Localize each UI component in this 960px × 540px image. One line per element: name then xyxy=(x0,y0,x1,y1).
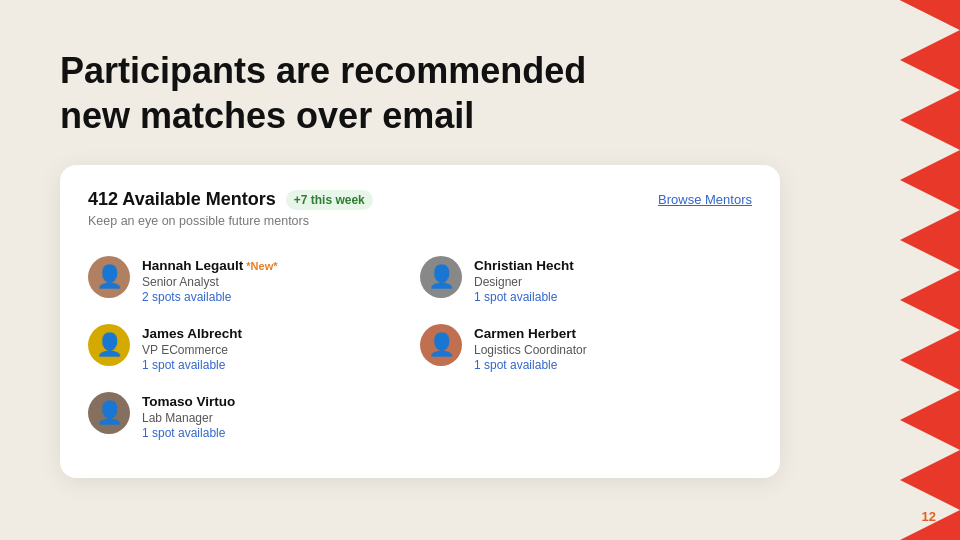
mentor-title: Designer xyxy=(474,275,574,289)
mentor-info: Carmen HerbertLogistics Coordinator1 spo… xyxy=(474,324,587,372)
card-header: 412 Available Mentors +7 this week Brows… xyxy=(88,189,752,210)
avatar: 👤 xyxy=(420,324,462,366)
card-header-left: 412 Available Mentors +7 this week xyxy=(88,189,373,210)
title-line1: Participants are recommended xyxy=(60,50,586,91)
mentors-card: 412 Available Mentors +7 this week Brows… xyxy=(60,165,780,478)
avatar: 👤 xyxy=(88,256,130,298)
new-badge: +7 this week xyxy=(286,190,373,210)
title-line2: new matches over email xyxy=(60,95,474,136)
mentor-item: 👤Hannah Legault *New*Senior Analyst2 spo… xyxy=(88,246,420,314)
mentor-title: Senior Analyst xyxy=(142,275,278,289)
mentor-name: James Albrecht xyxy=(142,324,242,342)
mentor-info: James AlbrechtVP ECommerce1 spot availab… xyxy=(142,324,242,372)
mentor-item: 👤James AlbrechtVP ECommerce1 spot availa… xyxy=(88,314,420,382)
page-number: 12 xyxy=(922,509,936,524)
mentor-item: 👤Christian HechtDesigner1 spot available xyxy=(420,246,752,314)
avatar: 👤 xyxy=(420,256,462,298)
spots-available: 2 spots available xyxy=(142,290,278,304)
mentor-name: Christian Hecht xyxy=(474,256,574,274)
mentor-name: Carmen Herbert xyxy=(474,324,587,342)
mentor-title: Lab Manager xyxy=(142,411,235,425)
mentor-item: 👤Tomaso VirtuoLab Manager1 spot availabl… xyxy=(88,382,420,450)
new-badge: *New* xyxy=(243,260,277,272)
mentor-info: Tomaso VirtuoLab Manager1 spot available xyxy=(142,392,235,440)
browse-mentors-link[interactable]: Browse Mentors xyxy=(658,192,752,207)
mentor-name: Tomaso Virtuo xyxy=(142,392,235,410)
mentors-grid: 👤Hannah Legault *New*Senior Analyst2 spo… xyxy=(88,246,752,450)
mentor-title: Logistics Coordinator xyxy=(474,343,587,357)
mentor-info: Christian HechtDesigner1 spot available xyxy=(474,256,574,304)
spots-available: 1 spot available xyxy=(142,426,235,440)
spots-available: 1 spot available xyxy=(142,358,242,372)
mentor-item: 👤Carmen HerbertLogistics Coordinator1 sp… xyxy=(420,314,752,382)
svg-marker-1 xyxy=(900,0,960,540)
avatar: 👤 xyxy=(88,392,130,434)
spots-available: 1 spot available xyxy=(474,290,574,304)
zigzag-decoration xyxy=(760,0,960,540)
page-title: Participants are recommended new matches… xyxy=(60,48,586,138)
mentors-count: 412 Available Mentors xyxy=(88,189,276,210)
mentor-item xyxy=(420,382,752,450)
mentor-title: VP ECommerce xyxy=(142,343,242,357)
card-subtitle: Keep an eye on possible future mentors xyxy=(88,214,752,228)
avatar: 👤 xyxy=(88,324,130,366)
mentor-name: Hannah Legault *New* xyxy=(142,256,278,274)
mentor-info: Hannah Legault *New*Senior Analyst2 spot… xyxy=(142,256,278,304)
spots-available: 1 spot available xyxy=(474,358,587,372)
